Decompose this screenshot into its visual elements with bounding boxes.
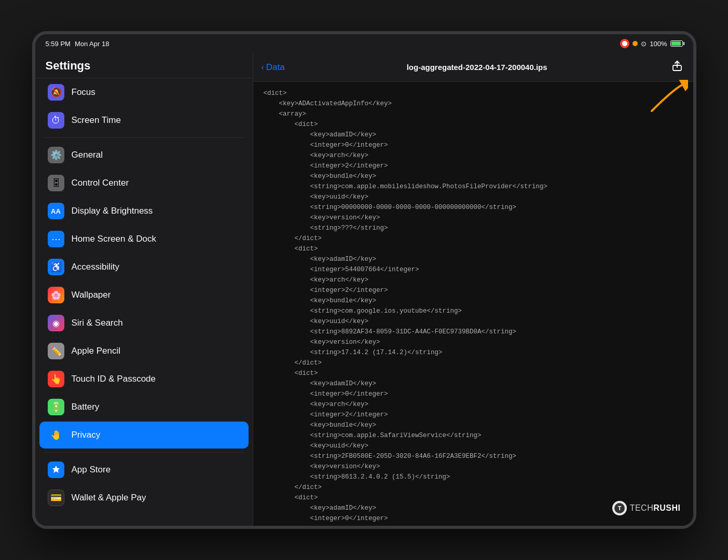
code-line: </dict> [264,233,683,244]
sidebar-item-display-brightness[interactable]: AA Display & Brightness [39,198,249,225]
date: Mon Apr 18 [75,40,109,48]
code-line: <string>8892AF34-8059-31DC-A4AC-F0EC9739… [264,327,683,337]
code-line: <key>arch</key> [264,150,683,161]
panel-title: log-aggregated-2022-04-17-200040.ips [285,63,669,72]
sidebar-item-accessibility[interactable]: ♿ Accessibility [39,254,249,281]
code-line: <integer>2</integer> [264,410,683,420]
code-line: <integer>0</integer> [264,140,683,150]
ipad-frame: 5:59 PM Mon Apr 18 ⊙ 100% Settings [32,31,696,529]
code-line: <key>uuid</key> [264,316,683,327]
wallet-icon: 💳 [48,489,64,506]
code-line: <string>com.apple.SafariViewService</str… [264,430,683,441]
battery-body [670,40,683,47]
code-line: </dict> [264,358,683,368]
right-panel-wrapper: ‹ Data log-aggregated-2022-04-17-200040.… [253,53,693,526]
wifi-icon: ⊙ [641,40,647,48]
watermark: T TECHRUSHI [612,501,681,515]
code-line: <dict> [264,119,683,130]
back-label: Data [266,62,285,73]
sidebar-item-privacy[interactable]: 🤚 Privacy [39,422,249,449]
code-line: <key>bundle</key> [264,171,683,181]
battery-pct: 100% [650,40,667,48]
time: 5:59 PM [46,40,71,48]
code-line: <key>uuid</key> [264,192,683,202]
record-dot [622,41,627,46]
code-line: <key>adamID</key> [264,130,683,140]
code-line: <key>bundle</key> [264,296,683,306]
sidebar-item-general[interactable]: ⚙️ General [39,142,249,169]
code-line: <dict> [264,244,683,254]
sidebar-item-label: Privacy [72,430,101,440]
sidebar-item-battery[interactable]: 🔋 Battery [39,394,249,421]
code-line: <key>ADActivatedAppInfo</key> [264,99,683,109]
sidebar-item-label: Home Screen & Dock [72,234,156,244]
sidebar: Settings 🔕 Focus ⏱ Screen Time ⚙️ [35,53,253,526]
display-brightness-icon: AA [48,203,64,219]
sidebar-item-label: App Store [72,465,111,475]
code-line: <key>uuid</key> [264,441,683,451]
code-line: <string>com.apple.mobileslideshow.Photos… [264,181,683,192]
sidebar-item-wallet[interactable]: 💳 Wallet & Apple Pay [39,484,249,511]
sidebar-item-label: Apple Pencil [72,346,121,356]
status-left: 5:59 PM Mon Apr 18 [46,40,109,48]
status-right: ⊙ 100% [620,39,682,48]
code-line: <key>arch</key> [264,524,683,526]
code-line: <integer>544007664</integer> [264,264,683,275]
code-line: <string>com.google.ios.youtube</string> [264,306,683,316]
code-line: <integer>2</integer> [264,285,683,296]
privacy-icon: 🤚 [48,427,64,443]
sidebar-item-home-screen[interactable]: ⋯ Home Screen & Dock [39,226,249,253]
sidebar-item-siri[interactable]: ◉ Siri & Search [39,310,249,337]
sidebar-item-apple-pencil[interactable]: ✏️ Apple Pencil [39,338,249,365]
sidebar-title: Settings [35,53,253,78]
code-line: <key>version</key> [264,461,683,472]
wallpaper-icon: 🌸 [48,287,64,303]
control-center-icon: 🎛 [48,175,64,191]
sidebar-item-wallpaper[interactable]: 🌸 Wallpaper [39,282,249,309]
sidebar-item-label: Wallet & Apple Pay [72,493,146,503]
divider [44,452,244,453]
app-store-icon [48,461,64,478]
back-button[interactable]: ‹ Data [262,62,285,73]
focus-icon: 🔕 [48,84,64,101]
code-line: <string>2FB0580E-205D-3020-84A6-16F2A3E9… [264,451,683,461]
code-line: <key>arch</key> [264,275,683,285]
sidebar-item-control-center[interactable]: 🎛 Control Center [39,170,249,197]
code-line: <dict> [264,88,683,99]
code-line: <key>arch</key> [264,399,683,410]
main-content: Settings 🔕 Focus ⏱ Screen Time ⚙️ [35,53,693,526]
share-button[interactable] [669,58,685,76]
code-line: <string>00000000-0000-0000-0000-00000000… [264,202,683,213]
sidebar-item-screen-time[interactable]: ⏱ Screen Time [39,107,249,134]
battery-icon [670,40,683,47]
code-line: <string>???</string> [264,223,683,233]
sidebar-item-label: Control Center [72,178,129,188]
watermark-part2: RUSHI [653,503,680,512]
watermark-text: TECHRUSHI [630,503,681,513]
battery-settings-icon: 🔋 [48,399,64,415]
orange-dot [633,41,638,46]
sidebar-item-app-store[interactable]: App Store [39,456,249,483]
sidebar-item-label: Display & Brightness [72,206,153,216]
code-line: <dict> [264,368,683,379]
code-line: <array> [264,109,683,119]
code-panel[interactable]: <dict> <key>ADActivatedAppInfo</key> <ar… [253,82,693,526]
sidebar-item-label: Screen Time [72,115,121,125]
sidebar-item-label: Battery [72,402,100,412]
svg-text:T: T [617,505,621,511]
sidebar-item-label: Siri & Search [72,318,123,328]
record-icon [620,39,629,48]
apple-pencil-icon: ✏️ [48,343,64,359]
siri-icon: ◉ [48,315,64,331]
watermark-logo: T [612,501,627,515]
code-line: </dict> [264,482,683,493]
home-screen-icon: ⋯ [48,231,64,247]
sidebar-item-focus[interactable]: 🔕 Focus [39,79,249,106]
accessibility-icon: ♿ [48,259,64,275]
screen-time-icon: ⏱ [48,112,64,129]
battery-fill [671,41,681,46]
sidebar-item-label: Wallpaper [72,290,111,300]
sidebar-item-touch-id[interactable]: 👆 Touch ID & Passcode [39,366,249,393]
code-line: <key>adamID</key> [264,379,683,389]
code-line: <string>8613.2.4.0.2 (15.5)</string> [264,472,683,482]
